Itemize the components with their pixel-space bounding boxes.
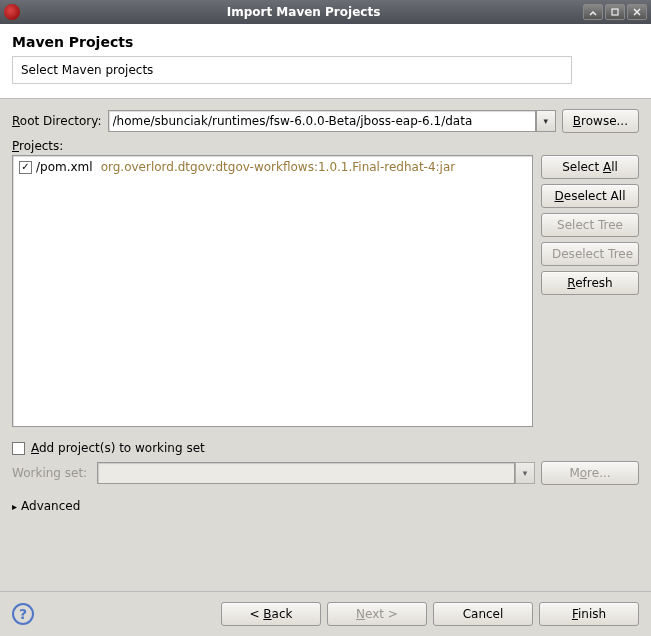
page-title: Maven Projects [12, 34, 639, 50]
back-button[interactable]: < Back [221, 602, 321, 626]
maximize-button[interactable] [605, 4, 625, 20]
minimize-button[interactable] [583, 4, 603, 20]
triangle-right-icon: ▸ [12, 501, 17, 512]
add-to-working-set-checkbox[interactable] [12, 442, 25, 455]
working-set-label: Working set: [12, 466, 87, 480]
projects-label: Projects: [12, 139, 639, 153]
root-directory-input[interactable] [108, 110, 536, 132]
help-icon[interactable]: ? [12, 603, 34, 625]
close-button[interactable] [627, 4, 647, 20]
project-name: /pom.xml [36, 160, 93, 174]
root-directory-label: Root Directory: [12, 114, 102, 128]
deselect-tree-button: Deselect Tree [541, 242, 639, 266]
svg-rect-0 [612, 9, 618, 15]
working-set-select [97, 462, 515, 484]
page-subtitle: Select Maven projects [12, 56, 572, 84]
wizard-header: Maven Projects Select Maven projects [0, 24, 651, 99]
advanced-label: Advanced [21, 499, 80, 513]
window-title: Import Maven Projects [24, 5, 583, 19]
next-button: Next > [327, 602, 427, 626]
projects-tree[interactable]: ✓ /pom.xml org.overlord.dtgov:dtgov-work… [12, 155, 533, 427]
project-checkbox[interactable]: ✓ [19, 161, 32, 174]
project-description: org.overlord.dtgov:dtgov-workflows:1.0.1… [101, 160, 456, 174]
select-all-button[interactable]: Select All [541, 155, 639, 179]
working-set-dropdown-icon [515, 462, 535, 484]
more-button: More... [541, 461, 639, 485]
select-tree-button: Select Tree [541, 213, 639, 237]
browse-button[interactable]: Browse... [562, 109, 639, 133]
tree-item[interactable]: ✓ /pom.xml org.overlord.dtgov:dtgov-work… [19, 160, 526, 174]
add-to-working-set-label: Add project(s) to working set [31, 441, 205, 455]
title-bar: Import Maven Projects [0, 0, 651, 24]
finish-button[interactable]: Finish [539, 602, 639, 626]
deselect-all-button[interactable]: Deselect All [541, 184, 639, 208]
cancel-button[interactable]: Cancel [433, 602, 533, 626]
root-directory-dropdown-icon[interactable] [536, 110, 556, 132]
wizard-footer: ? < Back Next > Cancel Finish [0, 591, 651, 636]
root-directory-row: Root Directory: Browse... [12, 109, 639, 133]
refresh-button[interactable]: Refresh [541, 271, 639, 295]
app-icon [4, 4, 20, 20]
advanced-toggle[interactable]: ▸ Advanced [12, 499, 639, 513]
